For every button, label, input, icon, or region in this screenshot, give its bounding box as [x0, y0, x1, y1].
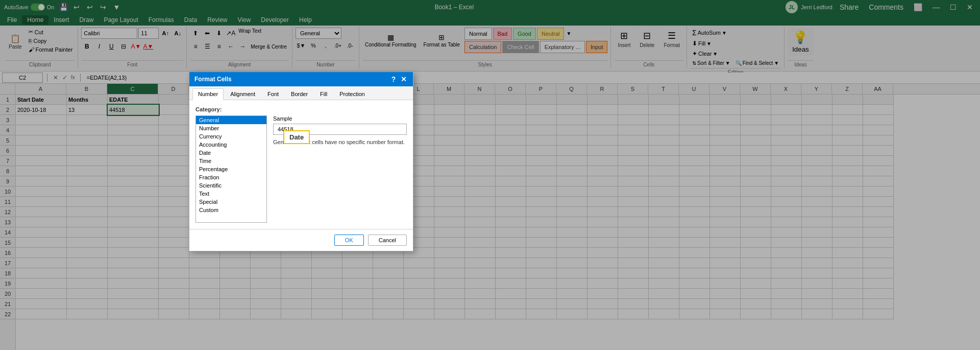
category-text[interactable]: Text	[196, 190, 266, 198]
category-special[interactable]: Special	[196, 198, 266, 206]
format-cells-dialog: Format Cells ? ✕ Number Alignment Font B…	[189, 72, 413, 251]
category-time[interactable]: Time	[196, 157, 266, 165]
dialog-help-button[interactable]: ?	[389, 75, 398, 83]
sample-label: Sample	[273, 115, 407, 122]
tab-fill[interactable]: Fill	[314, 88, 333, 100]
category-fraction[interactable]: Fraction	[196, 173, 266, 181]
tab-number[interactable]: Number	[192, 88, 224, 100]
dialog-close-button[interactable]: ✕	[400, 75, 408, 83]
tab-border[interactable]: Border	[285, 88, 313, 100]
dialog-titlebar: Format Cells ? ✕	[189, 72, 413, 86]
dialog-tabs: Number Alignment Font Border Fill Protec…	[189, 86, 413, 100]
dialog-title: Format Cells	[194, 76, 232, 83]
tab-protection[interactable]: Protection	[334, 88, 371, 100]
dialog-body: Category: General Number Currency Accoun…	[189, 100, 413, 229]
category-general[interactable]: General	[196, 116, 266, 124]
category-date[interactable]: Date	[196, 149, 266, 157]
dialog-title-buttons: ? ✕	[389, 75, 408, 83]
category-list[interactable]: General Number Currency Accounting Date …	[195, 115, 267, 223]
date-callout: Date	[283, 130, 310, 144]
dialog-footer: OK Cancel	[189, 229, 413, 251]
category-scientific[interactable]: Scientific	[196, 181, 266, 190]
ok-button[interactable]: OK	[334, 235, 364, 246]
category-number[interactable]: Number	[196, 124, 266, 132]
cancel-button[interactable]: Cancel	[368, 235, 407, 246]
category-custom[interactable]: Custom	[196, 206, 266, 214]
category-label: Category:	[195, 106, 407, 112]
tab-alignment[interactable]: Alignment	[225, 88, 261, 100]
date-arrow	[243, 134, 279, 135]
category-percentage[interactable]: Percentage	[196, 165, 266, 173]
overlay: Format Cells ? ✕ Number Alignment Font B…	[0, 0, 980, 350]
tab-font[interactable]: Font	[262, 88, 284, 100]
category-accounting[interactable]: Accounting	[196, 141, 266, 149]
